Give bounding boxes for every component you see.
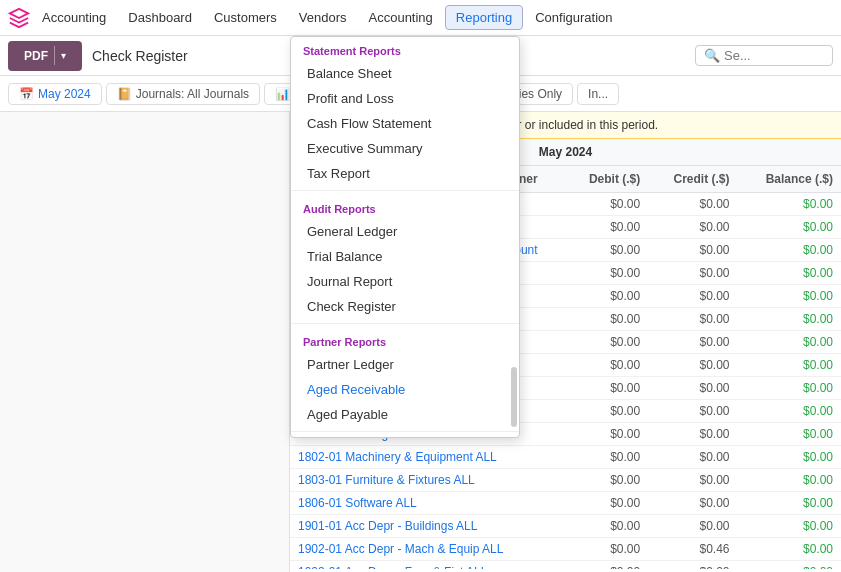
cell-debit: $0.00 (565, 561, 649, 570)
management-header: Management (291, 436, 519, 437)
dropdown-aged-payable[interactable]: Aged Payable (291, 402, 519, 427)
nav-item-configuration[interactable]: Configuration (525, 6, 622, 29)
nav-item-accounting2[interactable]: Accounting (359, 6, 443, 29)
dropdown-executive-summary[interactable]: Executive Summary (291, 136, 519, 161)
cell-debit: $0.00 (565, 538, 649, 561)
page-title: Check Register (92, 48, 188, 64)
cell-debit: $0.00 (565, 423, 649, 446)
cell-debit: $0.00 (565, 331, 649, 354)
account-table-row: 1802-01 Machinery & Equipment ALL $0.00 … (290, 446, 841, 469)
calendar-icon: 📅 (19, 87, 34, 101)
cell-credit: $0.00 (648, 446, 737, 469)
account-link[interactable]: 1803-01 Furniture & Fixtures ALL (298, 473, 475, 487)
account-link[interactable]: 1903-01 Acc Depr - Furn & Fixt ALL (298, 565, 487, 569)
nav-item-dashboard[interactable]: Dashboard (118, 6, 202, 29)
pdf-label: PDF (18, 45, 54, 67)
dropdown-tax-report[interactable]: Tax Report (291, 161, 519, 186)
cell-credit: $0.00 (648, 193, 737, 216)
account-table-row: 1903-01 Acc Depr - Furn & Fixt ALL $0.00… (290, 561, 841, 570)
cell-credit: $0.00 (648, 515, 737, 538)
dropdown-partner-ledger[interactable]: Partner Ledger (291, 352, 519, 377)
cell-account-label: 1803-01 Furniture & Fixtures ALL (290, 469, 565, 492)
cell-balance: $0.00 (738, 262, 841, 285)
cell-balance: $0.00 (738, 285, 841, 308)
col-debit: Debit (.$) (565, 166, 649, 193)
dropdown-aged-receivable[interactable]: Aged Receivable (291, 377, 519, 402)
dropdown-cash-flow[interactable]: Cash Flow Statement (291, 111, 519, 136)
journals-icon: 📔 (117, 87, 132, 101)
scroll-indicator (511, 367, 517, 427)
cell-balance: $0.00 (738, 354, 841, 377)
cell-balance: $0.00 (738, 308, 841, 331)
account-table-row: 1806-01 Software ALL $0.00 $0.00 $0.00 (290, 492, 841, 515)
main-content: Statement Reports Balance Sheet Profit a… (0, 112, 841, 572)
cell-balance: $0.00 (738, 492, 841, 515)
cell-balance: $0.00 (738, 469, 841, 492)
cell-account-label: 1901-01 Acc Depr - Buildings ALL (290, 515, 565, 538)
nav-item-reporting[interactable]: Reporting (445, 5, 523, 30)
cell-debit: $0.00 (565, 239, 649, 262)
dropdown-check-register[interactable]: Check Register (291, 294, 519, 319)
more-button[interactable]: In... (577, 83, 619, 105)
dropdown-journal-report[interactable]: Journal Report (291, 269, 519, 294)
cell-credit: $0.46 (648, 538, 737, 561)
warning-text-after: prior or included in this period. (497, 118, 658, 132)
nav-item-vendors[interactable]: Vendors (289, 6, 357, 29)
nav-item-customers[interactable]: Customers (204, 6, 287, 29)
search-box[interactable]: 🔍 (695, 45, 833, 66)
cell-balance: $0.00 (738, 193, 841, 216)
cell-balance: $0.00 (738, 239, 841, 262)
dropdown-balance-sheet[interactable]: Balance Sheet (291, 61, 519, 86)
search-icon: 🔍 (704, 48, 720, 63)
account-link[interactable]: 1901-01 Acc Depr - Buildings ALL (298, 519, 477, 533)
cell-credit: $0.00 (648, 216, 737, 239)
cell-credit: $0.00 (648, 400, 737, 423)
cell-debit: $0.00 (565, 515, 649, 538)
cell-debit: $0.00 (565, 216, 649, 239)
journals-label: Journals: All Journals (136, 87, 249, 101)
cell-credit: $0.00 (648, 262, 737, 285)
dropdown-general-ledger[interactable]: General Ledger (291, 219, 519, 244)
partner-reports-header: Partner Reports (291, 328, 519, 352)
dropdown-profit-loss[interactable]: Profit and Loss (291, 86, 519, 111)
cell-credit: $0.00 (648, 561, 737, 570)
account-table-row: 1902-01 Acc Depr - Mach & Equip ALL $0.0… (290, 538, 841, 561)
cell-account-label: 1802-01 Machinery & Equipment ALL (290, 446, 565, 469)
journals-button[interactable]: 📔 Journals: All Journals (106, 83, 260, 105)
col-credit: Credit (.$) (648, 166, 737, 193)
pdf-dropdown-arrow[interactable]: ▾ (54, 46, 72, 65)
cell-debit: $0.00 (565, 262, 649, 285)
period-button[interactable]: 📅 May 2024 (8, 83, 102, 105)
cell-debit: $0.00 (565, 193, 649, 216)
account-link[interactable]: 1902-01 Acc Depr - Mach & Equip ALL (298, 542, 503, 556)
pdf-button[interactable]: PDF ▾ (8, 41, 82, 71)
account-link[interactable]: 1806-01 Software ALL (298, 496, 417, 510)
divider-2 (291, 323, 519, 324)
audit-reports-header: Audit Reports (291, 195, 519, 219)
reporting-dropdown-menu: Statement Reports Balance Sheet Profit a… (290, 36, 520, 438)
cell-debit: $0.00 (565, 308, 649, 331)
cell-credit: $0.00 (648, 377, 737, 400)
cell-credit: $0.00 (648, 492, 737, 515)
cell-balance: $0.00 (738, 446, 841, 469)
cell-debit: $0.00 (565, 377, 649, 400)
col-balance: Balance (.$) (738, 166, 841, 193)
cell-balance: $0.00 (738, 216, 841, 239)
cell-credit: $0.00 (648, 469, 737, 492)
cell-debit: $0.00 (565, 446, 649, 469)
divider-3 (291, 431, 519, 432)
nav-item-accounting[interactable]: Accounting (32, 6, 116, 29)
left-panel (0, 112, 290, 572)
dropdown-scrollable[interactable]: Statement Reports Balance Sheet Profit a… (291, 37, 519, 437)
period-label: May 2024 (38, 87, 91, 101)
cell-balance: $0.00 (738, 538, 841, 561)
dropdown-trial-balance[interactable]: Trial Balance (291, 244, 519, 269)
account-link[interactable]: 1802-01 Machinery & Equipment ALL (298, 450, 497, 464)
statement-reports-header: Statement Reports (291, 37, 519, 61)
cell-balance: $0.00 (738, 423, 841, 446)
search-input[interactable] (724, 48, 824, 63)
cell-credit: $0.00 (648, 308, 737, 331)
cell-account-label: 1806-01 Software ALL (290, 492, 565, 515)
cell-balance: $0.00 (738, 561, 841, 570)
cell-debit: $0.00 (565, 285, 649, 308)
